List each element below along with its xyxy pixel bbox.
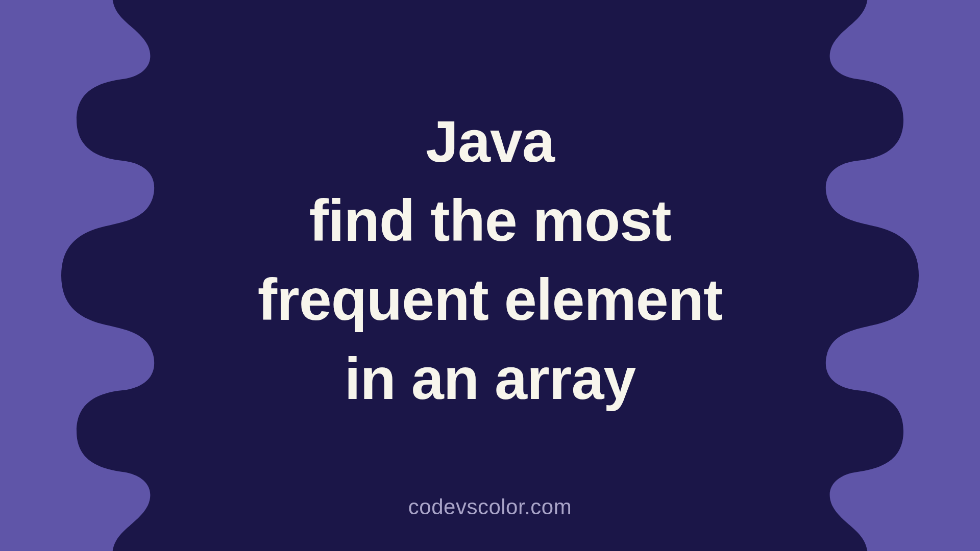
watermark-text: codevscolor.com — [408, 495, 572, 519]
main-title: Java find the most frequent element in a… — [258, 102, 723, 419]
content-wrapper: Java find the most frequent element in a… — [0, 0, 980, 551]
title-line-4: in an array — [258, 339, 723, 418]
title-line-1: Java — [258, 102, 723, 181]
title-line-2: find the most — [258, 181, 723, 260]
title-line-3: frequent element — [258, 260, 723, 339]
